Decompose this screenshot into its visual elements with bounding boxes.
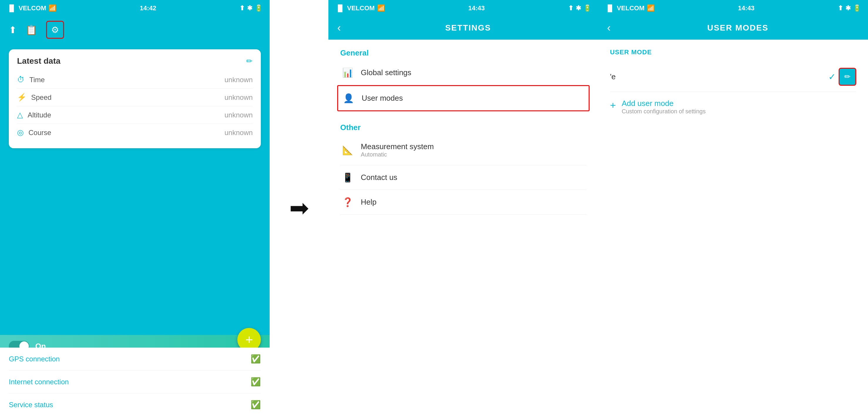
time-2: 14:43 — [468, 4, 485, 12]
speed-row: ⚡ Speed unknown — [17, 89, 253, 106]
current-user-mode-name: 'e — [610, 72, 616, 81]
status-bar-right-2: ⬆ ✱ 🔋 — [568, 4, 591, 12]
card-edit-icon[interactable]: ✏ — [246, 57, 253, 66]
help-icon: ❓ — [340, 197, 355, 207]
settings-back-button[interactable]: ‹ — [337, 22, 341, 34]
user-modes-title: USER MODES — [617, 23, 859, 33]
add-mode-text-block: Add user mode Custom configuration of se… — [622, 99, 706, 115]
course-icon: ◎ — [17, 128, 24, 137]
status-bar-1: ▐▌ VELCOM 📶 14:42 ⬆ ✱ 🔋 — [0, 0, 270, 16]
internet-connection-row[interactable]: Internet connection ✅ — [9, 371, 261, 393]
carrier-name-2: VELCOM — [347, 4, 375, 12]
user-mode-actions: ✓ ✏ — [828, 68, 856, 86]
user-modes-item[interactable]: 👤 User modes — [337, 85, 589, 111]
settings-title: SETTINGS — [347, 23, 589, 33]
service-check-icon: ✅ — [251, 400, 261, 410]
time-1: 14:42 — [140, 4, 156, 12]
help-label: Help — [361, 198, 376, 207]
add-user-mode-item[interactable]: + Add user mode Custom configuration of … — [610, 92, 856, 122]
global-settings-item[interactable]: 📊 Global settings — [340, 61, 586, 85]
other-section-title: Other — [340, 123, 586, 132]
user-modes-nav-header: ‹ USER MODES — [598, 16, 868, 40]
signal-icon-2: ▐▌ — [336, 4, 345, 12]
status-bar-3: ▐▌ VELCOM 📶 14:43 ⬆ ✱ 🔋 — [598, 0, 868, 16]
settings-nav-header: ‹ SETTINGS — [329, 16, 598, 40]
user-mode-section: USER MODE 'e ✓ ✏ + Add user mode Custom … — [598, 40, 868, 131]
internet-check-icon: ✅ — [251, 377, 261, 387]
status-bar-2: ▐▌ VELCOM 📶 14:43 ⬆ ✱ 🔋 — [329, 0, 598, 16]
card-header: Latest data ✏ — [17, 56, 253, 66]
time-3: 14:43 — [738, 4, 754, 12]
panel-3: ▐▌ VELCOM 📶 14:43 ⬆ ✱ 🔋 ‹ USER MODES USE… — [598, 0, 868, 416]
measurement-sub: Automatic — [361, 151, 434, 158]
battery-icon-2: 🔋 — [583, 4, 591, 12]
arrow-icon: ➡ — [289, 194, 309, 222]
mode-edit-icon: ✏ — [844, 72, 851, 81]
wifi-icon-3: 📶 — [647, 4, 655, 12]
measurement-system-item[interactable]: 📐 Measurement system Automatic — [340, 135, 586, 165]
status-bar-left-3: ▐▌ VELCOM 📶 — [606, 4, 655, 12]
app-header-1: ⬆ 📋 ⚙ — [0, 16, 270, 43]
gps-connection-row[interactable]: GPS connection ✅ — [9, 348, 261, 371]
altitude-icon: △ — [17, 110, 23, 120]
time-icon: ⏱ — [17, 75, 25, 84]
battery-icon-3: 🔋 — [853, 4, 861, 12]
location-icon-2: ⬆ — [568, 4, 574, 12]
measurement-icon: 📐 — [340, 145, 355, 155]
mode-edit-button[interactable]: ✏ — [839, 68, 856, 86]
status-bar-left-1: ▐▌ VELCOM 📶 — [7, 4, 56, 12]
user-modes-icon: 👤 — [341, 93, 356, 103]
panel-2: ▐▌ VELCOM 📶 14:43 ⬆ ✱ 🔋 ‹ SETTINGS Gener… — [329, 0, 598, 416]
help-item[interactable]: ❓ Help — [340, 190, 586, 215]
user-modes-back-button[interactable]: ‹ — [607, 22, 611, 34]
status-bar-right-3: ⬆ ✱ 🔋 — [838, 4, 861, 12]
altitude-row: △ Altitude unknown — [17, 106, 253, 124]
current-user-mode-item[interactable]: 'e ✓ ✏ — [610, 62, 856, 92]
gear-button[interactable]: ⚙ — [46, 21, 64, 39]
upload-button[interactable]: ⬆ — [9, 24, 17, 35]
gps-connection-label: GPS connection — [9, 355, 60, 363]
course-value: unknown — [224, 129, 253, 137]
carrier-name-3: VELCOM — [617, 4, 645, 12]
speed-icon: ⚡ — [17, 93, 26, 102]
add-mode-sub: Custom configuration of settings — [622, 108, 706, 115]
user-modes-label: User modes — [362, 94, 403, 103]
wifi-icon-2: 📶 — [377, 4, 385, 12]
contact-label: Contact us — [361, 173, 397, 182]
general-section-title: General — [340, 49, 586, 58]
altitude-label: Altitude — [28, 111, 51, 119]
general-section: General 📊 Global settings 👤 User modes — [329, 40, 598, 114]
time-label: Time — [29, 76, 45, 84]
service-status-row[interactable]: Service status ✅ — [9, 393, 261, 416]
course-row: ◎ Course unknown — [17, 124, 253, 141]
bluetooth-icon-1: ✱ — [247, 4, 252, 12]
speed-value: unknown — [224, 93, 253, 102]
location-icon-1: ⬆ — [239, 4, 245, 12]
signal-icon-1: ▐▌ — [7, 4, 16, 12]
mode-check-icon: ✓ — [828, 72, 836, 82]
add-mode-label: Add user mode — [622, 99, 674, 108]
user-mode-section-title: USER MODE — [610, 49, 856, 56]
global-settings-icon: 📊 — [340, 67, 355, 78]
other-section: Other 📐 Measurement system Automatic 📱 C… — [329, 114, 598, 218]
altitude-value: unknown — [224, 111, 253, 119]
course-label: Course — [29, 129, 51, 137]
clipboard-button[interactable]: 📋 — [26, 24, 37, 35]
arrow-section: ➡ — [270, 0, 329, 416]
measurement-label: Measurement system Automatic — [361, 142, 434, 158]
bluetooth-icon-3: ✱ — [845, 4, 851, 12]
time-row: ⏱ Time unknown — [17, 71, 253, 89]
battery-icon-1: 🔋 — [255, 4, 262, 12]
carrier-name-1: VELCOM — [19, 4, 46, 12]
card-title: Latest data — [17, 56, 61, 66]
global-settings-label: Global settings — [361, 68, 411, 77]
signal-icon-3: ▐▌ — [606, 4, 615, 12]
status-bar-right-1: ⬆ ✱ 🔋 — [239, 4, 262, 12]
contact-us-item[interactable]: 📱 Contact us — [340, 165, 586, 190]
gps-check-icon: ✅ — [251, 354, 261, 364]
bluetooth-icon-2: ✱ — [576, 4, 581, 12]
contact-icon: 📱 — [340, 172, 355, 183]
service-status-label: Service status — [9, 401, 53, 409]
internet-connection-label: Internet connection — [9, 378, 69, 386]
wifi-icon-1: 📶 — [49, 4, 56, 12]
